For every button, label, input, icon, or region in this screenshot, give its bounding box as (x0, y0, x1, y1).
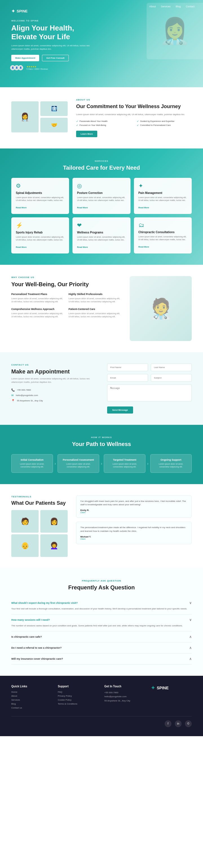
faq-toggle-2[interactable]: ∧ (189, 635, 192, 639)
footer-support-terms[interactable]: Terms & Conditions (58, 703, 99, 705)
testimonial-author-0: Emily R. (80, 509, 188, 512)
footer-support-faq[interactable]: FAQ (58, 691, 99, 693)
footer-link-home[interactable]: Home (11, 691, 52, 693)
footer-address: 55 Anywhere St., Any City (104, 699, 145, 703)
footer-support-heading: Support (58, 685, 99, 688)
learn-more-button[interactable]: Learn More (76, 131, 97, 137)
footer-grid: Quick Links Home About Services Blog Con… (11, 685, 192, 711)
form-row-name (107, 364, 192, 371)
path-arrow-1: › (53, 461, 58, 466)
test-img-2: 👴 (11, 534, 39, 557)
hero-doctor-image: 👩‍⚕️ (147, 3, 203, 59)
why-grid: Personalized Treatment Plans Lorem ipsum… (11, 293, 121, 318)
faq-toggle-4[interactable]: ∧ (189, 657, 192, 661)
service-link-1[interactable]: Read More (77, 206, 88, 209)
path-step-2: Targeted Treatment Lorem ipsum dolor sit… (104, 454, 145, 473)
email-input[interactable] (107, 374, 148, 382)
why-item-0: Personalized Treatment Plans Lorem ipsum… (11, 293, 64, 304)
footer: Quick Links Home About Services Blog Con… (0, 676, 203, 736)
logo-icon: ✦ (11, 8, 15, 14)
free-consult-button[interactable]: Get Free Consult (42, 55, 69, 61)
service-icon-4: ❤ (77, 222, 126, 229)
check-icon-0: ✓ (76, 120, 78, 123)
service-desc-1: Lorem ipsum dolor sit amet, consectetur … (77, 196, 126, 202)
faq-label: FREQUENTLY ASK QUESTION (11, 580, 192, 582)
service-link-4[interactable]: Read More (77, 246, 88, 248)
footer-quick-links-heading: Quick Links (11, 685, 52, 688)
faq-toggle-1[interactable]: ∨ (189, 618, 192, 622)
footer-support-cookie[interactable]: Cookie Policy (58, 699, 99, 701)
path-step-0: Initial Consultation Lorem ipsum dolor s… (11, 454, 53, 473)
faq-question-1[interactable]: How many sessions will I need? ∨ (11, 618, 192, 622)
why-item-title-2: Comprehensive Wellness Approach (11, 308, 64, 310)
faq-answer-1: The number of sessions varies based on y… (11, 624, 192, 628)
path-step-1: Personalized Assessment Lorem ipsum dolo… (58, 454, 99, 473)
send-message-button[interactable]: Send Message (107, 406, 133, 413)
social-linkedin[interactable]: in (175, 720, 181, 727)
path-arrow-3: › (145, 461, 150, 466)
footer-contact: Get In Touch +55 000-7860 hello@yougotsi… (104, 685, 145, 711)
feature-3: ✓ Committed to Personalized Care (137, 124, 192, 127)
faq-toggle-3[interactable]: ∧ (189, 646, 192, 650)
footer-support-list: FAQ Privacy Policy Cookie Policy Terms &… (58, 691, 99, 705)
faq-question-3[interactable]: Do I need a referral to see a chiropract… (11, 646, 192, 650)
commitment-image-top: 🩻 (40, 101, 68, 116)
contact-email: ✉ hello@yougotsite.com (11, 394, 96, 397)
service-title-0: Spinal Adjustments (16, 191, 65, 194)
make-appointment-button[interactable]: Make Appointment (11, 55, 39, 61)
footer-link-blog[interactable]: Blog (11, 703, 52, 705)
message-input[interactable] (107, 384, 192, 401)
contact-info: 📞 +55 000-7860 ✉ hello@yougotsite.com 📍 … (11, 389, 96, 402)
testimonial-role-0: Client (80, 512, 188, 514)
appointment-left: CONTACT US Make an Appointment Lorem ips… (11, 364, 96, 402)
subject-field (151, 374, 192, 382)
faq-item-0: What should I expect during my first chi… (11, 597, 192, 615)
service-desc-3: Lorem ipsum dolor sit amet, consectetur … (16, 236, 65, 242)
path-section: HOW IT WORKS Your Path to Wellness Initi… (0, 425, 203, 484)
service-link-0[interactable]: Read More (16, 206, 27, 209)
hero-buttons: Make Appointment Get Free Consult (11, 55, 90, 61)
footer-brand-name: SPINE (157, 686, 169, 690)
service-link-2[interactable]: Read More (138, 206, 149, 209)
faq-answer-0: Your first visit will include a thorough… (11, 607, 192, 611)
phone-icon: 📞 (11, 389, 15, 392)
footer-link-services[interactable]: Services (11, 699, 52, 701)
footer-link-about[interactable]: About (11, 695, 52, 697)
appointment-description: Lorem ipsum dolor sit amet, consectetur … (11, 377, 96, 384)
testimonial-card-1: The personalized treatment plan made all… (76, 522, 192, 544)
faq-question-0[interactable]: What should I expect during my first chi… (11, 601, 192, 605)
service-link-5[interactable]: Read More (138, 246, 149, 248)
social-other[interactable]: © (185, 720, 192, 727)
service-link-3[interactable]: Read More (16, 246, 27, 248)
appointment-form: Send Message (107, 364, 192, 413)
faq-toggle-0[interactable]: ∨ (189, 601, 192, 605)
contact-address: 📍 55 Anywhere St., Any City (11, 399, 96, 402)
testimonials-section: TESTIMONIALS What Our Patients Say 🧑 👩 👴… (0, 484, 203, 568)
email-icon: ✉ (11, 394, 13, 397)
service-icon-1: ◎ (77, 182, 126, 189)
services-label: SERVICES (11, 160, 192, 162)
subject-input[interactable] (151, 374, 192, 382)
service-card-3: ⚡ Sports Injury Rehab Lorem ipsum dolor … (11, 217, 69, 253)
why-item-title-3: Patient-Centered Care (69, 308, 121, 310)
social-facebook[interactable]: f (165, 720, 171, 727)
hero-welcome-label: WELCOME TO SPINE (11, 20, 90, 22)
path-heading: Your Path to Wellness (11, 441, 192, 447)
last-name-input[interactable] (151, 364, 192, 371)
faq-question-2[interactable]: Is chiropractic care safe? ∧ (11, 635, 192, 639)
path-step-3: Ongoing Support Lorem ipsum dolor sit am… (150, 454, 192, 473)
commitment-features: ✓ Passionate About Your Health ✓ Guided … (76, 120, 192, 127)
service-card-5: 🗂 Chiropractic Consultations Lorem ipsum… (134, 217, 192, 253)
test-img-1: 👩 (40, 510, 68, 533)
path-step-title-3: Ongoing Support (155, 458, 188, 461)
commitment-description: Lorem ipsum dolor sit amet, consectetur … (76, 113, 192, 117)
service-desc-5: Lorem ipsum dolor sit amet, consectetur … (138, 236, 187, 241)
service-desc-2: Lorem ipsum dolor sit amet, consectetur … (138, 196, 187, 202)
first-name-field (107, 364, 148, 371)
footer-link-contact[interactable]: Contact us (11, 707, 52, 709)
faq-question-4[interactable]: Will my insurance cover chiropractic car… (11, 657, 192, 661)
faq-section: FREQUENTLY ASK QUESTION Frequently Ask Q… (0, 568, 203, 676)
footer-support-privacy[interactable]: Privacy Policy (58, 695, 99, 697)
first-name-input[interactable] (107, 364, 148, 371)
path-steps: Initial Consultation Lorem ipsum dolor s… (11, 454, 192, 473)
